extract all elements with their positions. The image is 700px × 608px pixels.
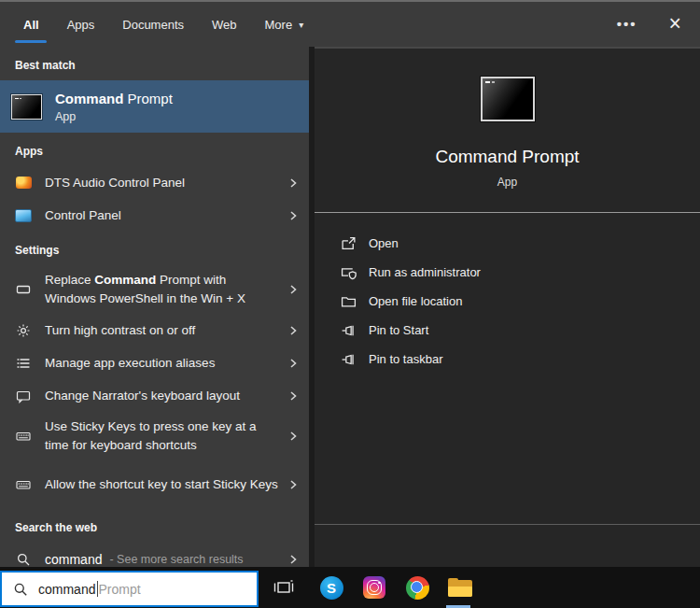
chrome-icon: [406, 576, 429, 600]
result-sticky-keys-shortcut[interactable]: Allow the shortcut key to start Sticky K…: [0, 460, 309, 509]
active-tab-underline: [15, 40, 47, 43]
search-icon: [15, 551, 32, 568]
file-explorer-icon: [448, 578, 472, 597]
skype-taskbar-button[interactable]: S: [310, 567, 353, 608]
tab-more[interactable]: More ▾: [265, 3, 304, 46]
preview-pane: Command Prompt App Open Run a: [315, 47, 700, 567]
command-prompt-icon: [11, 94, 42, 120]
result-sticky-keys-one-key[interactable]: Use Sticky Keys to press one key at a ti…: [0, 412, 309, 460]
search-autocomplete-suggestion: Prompt: [98, 582, 140, 597]
chevron-right-icon: [287, 390, 300, 402]
preview-title: Command Prompt: [315, 147, 700, 167]
instagram-icon: [363, 576, 385, 599]
best-match-subtitle: App: [55, 110, 173, 123]
action-pin-to-start[interactable]: Pin to Start: [341, 316, 700, 345]
chrome-taskbar-button[interactable]: [396, 567, 439, 608]
section-header-settings: Settings: [0, 232, 309, 265]
action-open[interactable]: Open: [341, 229, 700, 258]
command-prompt-icon-large: [481, 77, 535, 121]
result-control-panel[interactable]: Control Panel: [0, 199, 309, 232]
result-app-execution-aliases[interactable]: Manage app execution aliases: [0, 346, 309, 379]
chevron-right-icon: [287, 284, 300, 295]
chevron-right-icon: [287, 177, 300, 189]
taskbar-search-input[interactable]: command Prompt: [0, 571, 259, 607]
close-icon[interactable]: ×: [662, 12, 689, 35]
folder-icon: [341, 293, 357, 309]
chevron-right-icon: [287, 431, 300, 442]
chevron-right-icon: [287, 554, 300, 565]
search-typed-text: command: [38, 582, 95, 597]
action-list: Open Run as administrator Open file l: [315, 229, 700, 374]
action-run-as-administrator[interactable]: Run as administrator: [341, 258, 700, 287]
tab-documents[interactable]: Documents: [122, 3, 184, 46]
section-header-apps: Apps: [0, 133, 309, 166]
skype-icon: S: [320, 576, 343, 600]
best-match-title: Command Prompt: [55, 91, 173, 106]
preview-subtitle: App: [315, 176, 700, 189]
preview-bottom-divider: [315, 524, 700, 525]
pin-icon: [341, 351, 357, 367]
action-pin-to-taskbar[interactable]: Pin to taskbar: [341, 345, 700, 374]
tab-all[interactable]: All: [23, 3, 39, 46]
high-contrast-sun-icon: [15, 322, 32, 339]
search-icon: [13, 582, 28, 597]
action-label: Open: [369, 236, 399, 250]
tab-bar: All Apps Documents Web More ▾ ••• ×: [0, 2, 700, 47]
section-header-best-match: Best match: [0, 47, 309, 80]
action-label: Open file location: [369, 294, 462, 308]
control-panel-icon: [15, 207, 32, 224]
tab-apps-label: Apps: [67, 18, 95, 32]
pin-icon: [341, 322, 357, 338]
result-high-contrast[interactable]: Turn high contrast on or off: [0, 314, 309, 346]
tab-apps[interactable]: Apps: [67, 3, 95, 46]
dts-audio-icon: [15, 175, 32, 191]
list-icon: [15, 355, 32, 372]
chevron-right-icon: [287, 210, 300, 221]
tab-web-label: Web: [212, 18, 237, 32]
task-view-button[interactable]: [262, 567, 305, 608]
result-replace-command-prompt[interactable]: Replace Command Prompt with Windows Powe…: [0, 265, 309, 314]
result-dts-audio-control-panel[interactable]: DTS Audio Control Panel: [0, 166, 309, 199]
display-icon: [15, 281, 32, 298]
windows-search-flyout: All Apps Documents Web More ▾ ••• × Best…: [0, 0, 700, 608]
more-options-button[interactable]: •••: [609, 12, 645, 35]
admin-shield-icon: [341, 264, 357, 280]
action-label: Run as administrator: [369, 265, 481, 279]
web-search-query: command: [45, 552, 102, 567]
chevron-right-icon: [287, 479, 300, 490]
chevron-right-icon: [287, 325, 300, 336]
tab-more-label: More: [265, 18, 293, 32]
chevron-down-icon: ▾: [299, 20, 303, 30]
narrator-icon: [15, 388, 32, 404]
results-pane: Best match Command Prompt App Apps DTS A…: [0, 47, 309, 567]
preview-divider: [315, 212, 700, 213]
action-label: Pin to taskbar: [369, 352, 443, 366]
action-label: Pin to Start: [369, 323, 428, 337]
file-explorer-taskbar-button[interactable]: [439, 567, 482, 608]
keyboard-icon: [15, 428, 32, 445]
best-match-result-command-prompt[interactable]: Command Prompt App: [0, 80, 309, 133]
instagram-taskbar-button[interactable]: [353, 567, 396, 608]
action-open-file-location[interactable]: Open file location: [341, 287, 700, 316]
tab-all-label: All: [23, 18, 39, 32]
web-search-hint: - See more search results: [109, 553, 287, 566]
tab-web[interactable]: Web: [212, 3, 237, 46]
open-window-icon: [341, 235, 357, 251]
task-view-icon: [273, 578, 294, 597]
section-header-search-the-web: Search the web: [0, 509, 309, 543]
taskbar: command Prompt S: [0, 567, 700, 608]
keyboard-icon: [15, 476, 32, 493]
tab-documents-label: Documents: [122, 18, 184, 32]
result-narrator-keyboard-layout[interactable]: Change Narrator's keyboard layout: [0, 379, 309, 412]
chevron-right-icon: [287, 358, 300, 369]
